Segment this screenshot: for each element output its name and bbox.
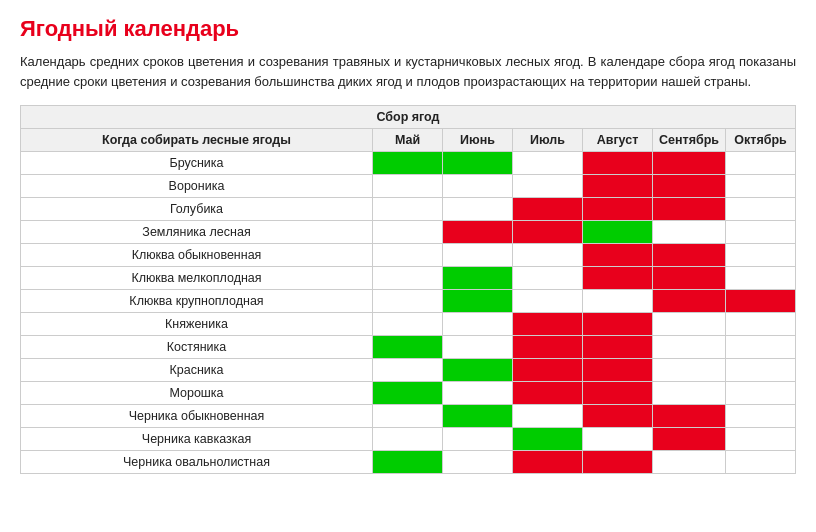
calendar-cell (583, 267, 653, 290)
calendar-cell (653, 382, 726, 405)
calendar-cell (726, 152, 796, 175)
calendar-cell (373, 336, 443, 359)
calendar-cell (373, 451, 443, 474)
calendar-cell (373, 244, 443, 267)
berry-name-cell: Клюква крупноплодная (21, 290, 373, 313)
calendar-cell (583, 290, 653, 313)
table-row: Голубика (21, 198, 796, 221)
calendar-cell (513, 405, 583, 428)
calendar-cell (513, 175, 583, 198)
berry-name-cell: Черника овальнолистная (21, 451, 373, 474)
calendar-cell (443, 405, 513, 428)
calendar-cell (373, 359, 443, 382)
calendar-cell (443, 221, 513, 244)
calendar-cell (653, 244, 726, 267)
calendar-cell (653, 267, 726, 290)
calendar-cell (583, 428, 653, 451)
calendar-cell (726, 359, 796, 382)
calendar-cell (513, 267, 583, 290)
calendar-cell (726, 405, 796, 428)
berry-name-cell: Красника (21, 359, 373, 382)
calendar-cell (513, 221, 583, 244)
berry-name-cell: Морошка (21, 382, 373, 405)
month-header-август: Август (583, 129, 653, 152)
page-title: Ягодный календарь (20, 16, 796, 42)
calendar-cell (513, 244, 583, 267)
calendar-cell (726, 267, 796, 290)
calendar-cell (653, 152, 726, 175)
calendar-cell (583, 382, 653, 405)
table-row: Клюква мелкоплодная (21, 267, 796, 290)
berry-name-cell: Земляника лесная (21, 221, 373, 244)
table-row: Черника обыкновенная (21, 405, 796, 428)
calendar-cell (726, 290, 796, 313)
calendar-cell (443, 336, 513, 359)
calendar-cell (373, 221, 443, 244)
calendar-cell (443, 359, 513, 382)
month-header-июнь: Июнь (443, 129, 513, 152)
calendar-cell (513, 382, 583, 405)
berry-name-cell: Черника обыкновенная (21, 405, 373, 428)
group-header: Сбор ягод (21, 106, 796, 129)
calendar-cell (726, 175, 796, 198)
month-header-июль: Июль (513, 129, 583, 152)
calendar-cell (443, 198, 513, 221)
calendar-cell (513, 198, 583, 221)
calendar-cell (443, 313, 513, 336)
first-col-header: Когда собирать лесные ягоды (21, 129, 373, 152)
calendar-cell (726, 428, 796, 451)
calendar-cell (373, 405, 443, 428)
calendar-cell (443, 152, 513, 175)
calendar-cell (583, 244, 653, 267)
calendar-cell (373, 382, 443, 405)
table-row: Морошка (21, 382, 796, 405)
calendar-cell (653, 175, 726, 198)
berry-name-cell: Вороника (21, 175, 373, 198)
calendar-cell (513, 428, 583, 451)
calendar-cell (653, 359, 726, 382)
month-header-октябрь: Октябрь (726, 129, 796, 152)
calendar-cell (583, 152, 653, 175)
description-text: Календарь средних сроков цветения и созр… (20, 52, 796, 91)
calendar-cell (653, 428, 726, 451)
calendar-cell (653, 451, 726, 474)
calendar-cell (443, 267, 513, 290)
calendar-cell (583, 313, 653, 336)
calendar-cell (653, 198, 726, 221)
berry-name-cell: Клюква обыкновенная (21, 244, 373, 267)
calendar-cell (513, 336, 583, 359)
calendar-cell (726, 336, 796, 359)
calendar-cell (443, 244, 513, 267)
calendar-cell (443, 175, 513, 198)
calendar-cell (373, 198, 443, 221)
calendar-cell (513, 152, 583, 175)
calendar-cell (726, 198, 796, 221)
calendar-cell (373, 428, 443, 451)
calendar-cell (653, 290, 726, 313)
calendar-cell (583, 336, 653, 359)
table-row: Костяника (21, 336, 796, 359)
calendar-cell (443, 451, 513, 474)
table-row: Красника (21, 359, 796, 382)
calendar-cell (726, 244, 796, 267)
calendar-cell (653, 313, 726, 336)
calendar-cell (726, 221, 796, 244)
calendar-cell (583, 175, 653, 198)
table-row: Вороника (21, 175, 796, 198)
calendar-cell (583, 221, 653, 244)
calendar-cell (513, 290, 583, 313)
berry-name-cell: Княженика (21, 313, 373, 336)
table-row: Клюква обыкновенная (21, 244, 796, 267)
calendar-cell (726, 313, 796, 336)
calendar-cell (513, 451, 583, 474)
calendar-cell (513, 359, 583, 382)
table-row: Клюква крупноплодная (21, 290, 796, 313)
calendar-cell (583, 405, 653, 428)
berry-name-cell: Черника кавказкая (21, 428, 373, 451)
calendar-cell (443, 428, 513, 451)
berry-calendar-table: Сбор ягод Когда собирать лесные ягоды Ма… (20, 105, 796, 474)
calendar-cell (653, 221, 726, 244)
table-row: Княженика (21, 313, 796, 336)
calendar-cell (726, 382, 796, 405)
table-row: Черника овальнолистная (21, 451, 796, 474)
